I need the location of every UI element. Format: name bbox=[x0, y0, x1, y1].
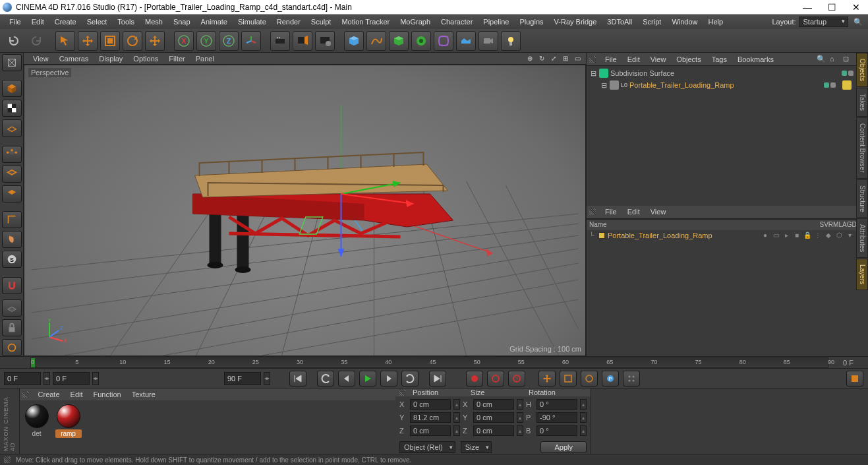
z-axis-lock[interactable]: Z bbox=[219, 31, 239, 51]
keyframe-sel-button[interactable]: ? bbox=[508, 371, 525, 387]
polygon-mode-button[interactable] bbox=[2, 185, 22, 202]
menu-plugins[interactable]: Plugins bbox=[514, 15, 548, 29]
move-tool[interactable] bbox=[78, 31, 98, 51]
spinner-icon[interactable]: ▴ bbox=[580, 399, 587, 410]
coord-field[interactable]: 0 cm bbox=[473, 412, 514, 423]
menu-animate[interactable]: Animate bbox=[196, 15, 233, 29]
vp-nav-icon-3[interactable]: ⊞ bbox=[561, 55, 570, 62]
om-icon-0[interactable]: 🔍 bbox=[817, 55, 826, 63]
coord-field[interactable]: 0 cm bbox=[473, 399, 514, 410]
tab-attributes[interactable]: Attributes bbox=[856, 218, 868, 258]
render-pv-button[interactable] bbox=[293, 31, 312, 51]
menu-motion-tracker[interactable]: Motion Tracker bbox=[336, 15, 395, 29]
menu-window[interactable]: Window bbox=[666, 15, 703, 29]
vp-nav-icon-2[interactable]: ⤢ bbox=[549, 55, 558, 62]
next-key-button[interactable] bbox=[401, 371, 419, 387]
point-mode-button[interactable] bbox=[2, 146, 22, 163]
om-icon-1[interactable]: ⌂ bbox=[830, 55, 839, 63]
vp-menu-cameras[interactable]: Cameras bbox=[54, 55, 94, 63]
menu-mograph[interactable]: MoGraph bbox=[395, 15, 436, 29]
spinner-icon[interactable]: ▴ bbox=[453, 425, 460, 436]
layout-select[interactable]: Startup bbox=[799, 16, 848, 27]
grip-icon[interactable] bbox=[399, 389, 406, 396]
coord-field[interactable]: 0 ° bbox=[536, 425, 577, 436]
axis-mode-button[interactable] bbox=[2, 211, 22, 228]
add-generator-button[interactable] bbox=[389, 31, 409, 51]
add-cube-button[interactable] bbox=[344, 31, 364, 51]
spinner-icon[interactable]: ▴ bbox=[517, 425, 523, 436]
misc-button[interactable] bbox=[2, 339, 22, 356]
om-menu-view[interactable]: View bbox=[645, 55, 672, 63]
tweak-mode-button[interactable] bbox=[2, 231, 22, 248]
mat-menu-edit[interactable]: Edit bbox=[65, 390, 88, 398]
key-param-button[interactable]: P bbox=[602, 371, 619, 387]
timeline-options-button[interactable] bbox=[846, 371, 863, 387]
material-ramp[interactable]: ramp bbox=[55, 404, 82, 438]
frame-start-field[interactable]: 0 F bbox=[4, 372, 41, 385]
om-menu-bookmarks[interactable]: Bookmarks bbox=[732, 55, 779, 63]
menu-file[interactable]: File bbox=[4, 15, 26, 29]
frame-current-field[interactable]: 0 F bbox=[53, 372, 90, 385]
timeline[interactable]: 051015202530354045505560657075808590 0 F bbox=[0, 356, 868, 368]
om-menu-file[interactable]: File bbox=[600, 55, 622, 63]
add-light-button[interactable] bbox=[501, 31, 521, 51]
tab-structure[interactable]: Structure bbox=[856, 179, 868, 218]
coord-field[interactable]: 81.2 cm bbox=[410, 412, 451, 423]
minimize-button[interactable]: — bbox=[803, 2, 812, 13]
snap-button[interactable] bbox=[2, 277, 22, 294]
menu-edit[interactable]: Edit bbox=[26, 15, 49, 29]
om-icon-2[interactable]: ⊡ bbox=[843, 55, 852, 63]
menu-sculpt[interactable]: Sculpt bbox=[306, 15, 337, 29]
search-icon[interactable]: 🔍 bbox=[852, 18, 864, 26]
texture-mode-button[interactable] bbox=[2, 100, 22, 117]
mat-menu-create[interactable]: Create bbox=[33, 390, 65, 398]
key-pos-button[interactable] bbox=[538, 371, 556, 387]
tab-layers[interactable]: Layers bbox=[856, 259, 868, 290]
vp-nav-icon-0[interactable]: ⊕ bbox=[525, 55, 535, 62]
vp-menu-options[interactable]: Options bbox=[128, 55, 163, 63]
tab-takes[interactable]: Takes bbox=[856, 88, 868, 117]
go-start-button[interactable] bbox=[289, 371, 306, 387]
model-mode-button[interactable] bbox=[2, 80, 22, 97]
workplane-mode-button[interactable] bbox=[2, 119, 22, 137]
vp-menu-filter[interactable]: Filter bbox=[163, 55, 190, 63]
lm-menu-file[interactable]: File bbox=[600, 208, 622, 216]
maximize-button[interactable]: ☐ bbox=[828, 2, 836, 13]
apply-button[interactable]: Apply bbox=[540, 441, 587, 453]
x-axis-lock[interactable]: X bbox=[174, 31, 194, 51]
vp-nav-icon-4[interactable]: ▭ bbox=[573, 55, 582, 62]
menu-character[interactable]: Character bbox=[436, 15, 478, 29]
spinner-icon[interactable]: ▴ bbox=[580, 425, 587, 436]
om-menu-tags[interactable]: Tags bbox=[707, 55, 732, 63]
grip-icon[interactable] bbox=[589, 208, 596, 215]
coord-field[interactable]: -90 ° bbox=[536, 412, 577, 423]
scale-tool[interactable] bbox=[100, 31, 120, 51]
visibility-dots[interactable] bbox=[842, 71, 854, 76]
coord-field[interactable]: 0 cm bbox=[410, 425, 451, 436]
vp-menu-view[interactable]: View bbox=[28, 55, 54, 63]
mat-menu-texture[interactable]: Texture bbox=[127, 390, 161, 398]
grip-icon[interactable] bbox=[589, 56, 596, 63]
redo-button[interactable] bbox=[26, 31, 46, 51]
last-tool[interactable] bbox=[145, 31, 165, 51]
visibility-dots[interactable] bbox=[824, 82, 836, 88]
frame-end-field[interactable]: 90 F bbox=[224, 372, 261, 385]
tab-content-browser[interactable]: Content Browser bbox=[856, 117, 868, 178]
undo-button[interactable] bbox=[4, 31, 24, 51]
lm-menu-view[interactable]: View bbox=[645, 208, 672, 216]
lm-menu-edit[interactable]: Edit bbox=[622, 208, 645, 216]
vp-menu-panel[interactable]: Panel bbox=[190, 55, 219, 63]
menu-tools[interactable]: Tools bbox=[112, 15, 140, 29]
prev-frame-button[interactable] bbox=[338, 371, 355, 387]
menu-create[interactable]: Create bbox=[49, 15, 82, 29]
live-select-tool[interactable] bbox=[55, 31, 75, 51]
coord-field[interactable]: 0 cm bbox=[410, 399, 451, 410]
add-camera-button[interactable] bbox=[478, 31, 498, 51]
object-row[interactable]: ⊟Subdivision Surface bbox=[589, 67, 854, 79]
object-row[interactable]: ⊟L0Portable_Trailer_Loading_Ramp bbox=[589, 79, 854, 91]
next-frame-button[interactable] bbox=[380, 371, 397, 387]
material-det[interactable]: det bbox=[24, 404, 50, 438]
record-button[interactable] bbox=[466, 371, 483, 387]
menu-render[interactable]: Render bbox=[272, 15, 306, 29]
spinner-icon[interactable]: ▴ bbox=[453, 412, 460, 423]
